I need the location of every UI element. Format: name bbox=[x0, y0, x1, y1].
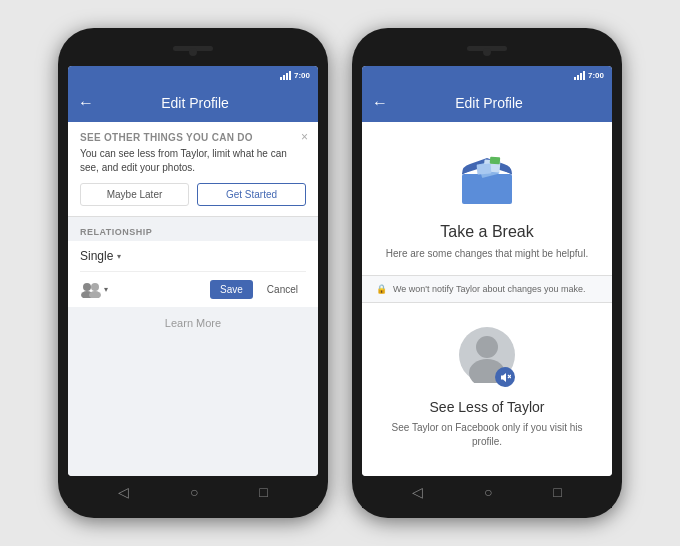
back-nav-icon-right[interactable]: ◁ bbox=[412, 484, 423, 500]
see-less-section: See Less of Taylor See Taylor on Faceboo… bbox=[362, 327, 612, 449]
see-less-text: See Taylor on Facebook only if you visit… bbox=[362, 421, 612, 449]
svg-marker-12 bbox=[501, 373, 506, 382]
status-bar-left: 7:00 bbox=[68, 66, 318, 84]
audience-dropdown-icon: ▾ bbox=[104, 285, 108, 294]
phone-right: 7:00 ← Edit Profile bbox=[352, 28, 622, 518]
break-icon-container bbox=[452, 152, 522, 211]
take-break-content: Take a Break Here are some changes that … bbox=[362, 122, 612, 476]
notif-buttons: Maybe Later Get Started bbox=[80, 183, 306, 206]
signal-2 bbox=[283, 75, 285, 80]
people-icon-group: ▾ bbox=[80, 282, 108, 298]
home-nav-icon-left[interactable]: ○ bbox=[190, 484, 198, 500]
take-break-title: Take a Break bbox=[440, 223, 533, 241]
back-nav-icon-left[interactable]: ◁ bbox=[118, 484, 129, 500]
home-nav-icon-right[interactable]: ○ bbox=[484, 484, 492, 500]
signal-r2 bbox=[577, 75, 579, 80]
privacy-text: We won't notify Taylor about changes you… bbox=[393, 284, 586, 294]
relationship-value: Single bbox=[80, 249, 113, 263]
phone-bottom-left: ◁ ○ □ bbox=[68, 476, 318, 508]
signal-bars-right bbox=[574, 71, 585, 80]
box-icon bbox=[452, 152, 522, 207]
speaker-off-icon bbox=[500, 372, 511, 383]
learn-more-link[interactable]: Learn More bbox=[68, 307, 318, 339]
screen-right: 7:00 ← Edit Profile bbox=[362, 66, 612, 476]
privacy-notice: 🔒 We won't notify Taylor about changes y… bbox=[362, 275, 612, 303]
nav-title-left: Edit Profile bbox=[102, 95, 288, 111]
lock-icon: 🔒 bbox=[376, 284, 387, 294]
recents-nav-icon-right[interactable]: □ bbox=[553, 484, 561, 500]
save-cancel-group: Save Cancel bbox=[210, 280, 306, 299]
screen-left: 7:00 ← Edit Profile See Other Things You… bbox=[68, 66, 318, 476]
signal-r3 bbox=[580, 73, 582, 80]
nav-bar-right: ← Edit Profile bbox=[362, 84, 612, 122]
section-header-relationship: RELATIONSHIP bbox=[68, 217, 318, 241]
status-bar-right: 7:00 bbox=[362, 66, 612, 84]
back-button-left[interactable]: ← bbox=[78, 94, 94, 112]
nav-bar-left: ← Edit Profile bbox=[68, 84, 318, 122]
content-left: See Other Things You Can Do You can see … bbox=[68, 122, 318, 476]
signal-bars bbox=[280, 71, 291, 80]
svg-rect-4 bbox=[462, 174, 512, 204]
status-time-left: 7:00 bbox=[294, 71, 310, 80]
svg-rect-7 bbox=[477, 163, 492, 174]
signal-1 bbox=[280, 77, 282, 80]
maybe-later-button[interactable]: Maybe Later bbox=[80, 183, 189, 206]
signal-4 bbox=[289, 71, 291, 80]
relationship-content: Single ▾ ▾ Save C bbox=[68, 241, 318, 307]
camera-left bbox=[189, 48, 197, 56]
close-button[interactable]: × bbox=[301, 130, 308, 144]
signal-3 bbox=[286, 73, 288, 80]
back-button-right[interactable]: ← bbox=[372, 94, 388, 112]
svg-point-0 bbox=[83, 283, 91, 291]
status-time-right: 7:00 bbox=[588, 71, 604, 80]
mute-badge bbox=[495, 367, 515, 387]
see-less-icon-container bbox=[459, 327, 515, 387]
friends-icon bbox=[80, 282, 102, 298]
signal-r1 bbox=[574, 77, 576, 80]
get-started-button[interactable]: Get Started bbox=[197, 183, 306, 206]
phone-top-right bbox=[362, 38, 612, 66]
see-less-title: See Less of Taylor bbox=[430, 399, 545, 415]
status-icons-right: 7:00 bbox=[574, 71, 604, 80]
notification-card: See Other Things You Can Do You can see … bbox=[68, 122, 318, 217]
status-icons-left: 7:00 bbox=[280, 71, 310, 80]
relationship-icons-row: ▾ Save Cancel bbox=[80, 280, 306, 299]
notif-text: You can see less from Taylor, limit what… bbox=[80, 147, 306, 175]
signal-r4 bbox=[583, 71, 585, 80]
camera-right bbox=[483, 48, 491, 56]
relationship-select[interactable]: Single ▾ bbox=[80, 249, 306, 272]
take-break-subtitle: Here are some changes that might be help… bbox=[366, 247, 608, 261]
cancel-button[interactable]: Cancel bbox=[259, 280, 306, 299]
recents-nav-icon-left[interactable]: □ bbox=[259, 484, 267, 500]
save-button[interactable]: Save bbox=[210, 280, 253, 299]
nav-title-right: Edit Profile bbox=[396, 95, 582, 111]
phone-top-left bbox=[68, 38, 318, 66]
phone-left: 7:00 ← Edit Profile See Other Things You… bbox=[58, 28, 328, 518]
dropdown-arrow-icon: ▾ bbox=[117, 252, 121, 261]
phone-bottom-right: ◁ ○ □ bbox=[362, 476, 612, 508]
svg-point-2 bbox=[91, 283, 99, 291]
svg-rect-8 bbox=[490, 157, 501, 165]
svg-point-10 bbox=[476, 336, 498, 358]
notif-title: See Other Things You Can Do bbox=[80, 132, 306, 143]
